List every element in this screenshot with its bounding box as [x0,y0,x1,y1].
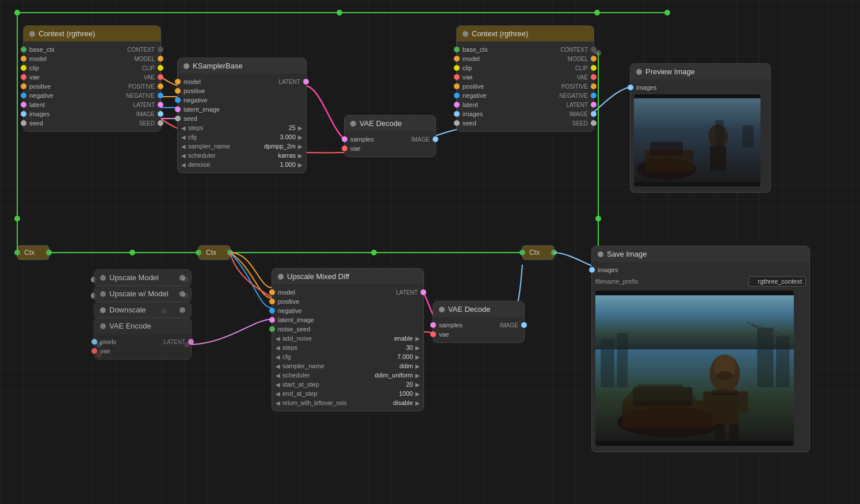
port-dot-clip-out[interactable] [158,65,163,71]
param-arrow-left-cfg[interactable]: ◀ [181,134,186,140]
vd2-port-label-image: IMAGE [500,322,518,329]
umd-param-arrow-right-steps[interactable]: ▶ [415,345,420,351]
c2-port-dot-image-out[interactable] [591,111,597,117]
param-arrow-left-scheduler[interactable]: ◀ [181,152,186,159]
c2-port-dot-negative[interactable] [454,93,460,98]
umd-param-name-sched: scheduler [282,372,372,379]
umd-port-dot-positive[interactable] [269,299,275,304]
c2-port-dot-base-ctx[interactable] [454,47,460,52]
umd-param-arrow-right-start[interactable]: ▶ [415,381,420,388]
port-dot-base-ctx[interactable] [21,47,26,52]
c2-port-dot-negative-out[interactable] [591,93,597,98]
param-arrow-right-scheduler[interactable]: ▶ [298,152,303,159]
c2-port-dot-clip[interactable] [454,65,460,71]
c2-port-dot-latent-out[interactable] [591,102,597,108]
port-dot-positive-out[interactable] [158,83,163,89]
port-dot-latent-out[interactable] [158,102,163,108]
umd-param-name-return: return_with_leftover_nois [282,400,376,406]
param-arrow-right-steps[interactable]: ▶ [298,125,303,131]
k-port-label-model: model [184,78,201,85]
umd-param-arrow-right-sched[interactable]: ▶ [415,372,420,379]
umd-param-arrow-left-steps[interactable]: ◀ [276,345,280,351]
k-port-dot-model[interactable] [175,79,181,85]
save-image-body: images filename_prefix rgthree_context [592,262,809,452]
upscale-model-out[interactable] [179,275,185,281]
port-dot-image-out[interactable] [158,111,163,117]
umd-param-name-end: end_at_step [282,390,376,397]
umd-port-dot-latent-out[interactable] [421,289,426,295]
svg-rect-42 [716,120,724,147]
param-arrow-left-sampler[interactable]: ◀ [181,143,186,150]
umd-param-arrow-left-add-noise[interactable]: ◀ [276,335,280,342]
c2-port-dot-positive-out[interactable] [591,83,597,89]
k-port-dot-positive[interactable] [175,88,181,94]
c2-port-dot-positive[interactable] [454,83,460,89]
umd-param-arrow-right-add-noise[interactable]: ▶ [415,335,420,342]
c2-port-dot-context-out[interactable] [591,47,597,52]
umd-param-arrow-left-return[interactable]: ◀ [276,400,280,406]
vd2-port-dot-vae[interactable] [430,331,436,337]
umd-param-arrow-left-start[interactable]: ◀ [276,381,280,388]
umd-port-dot-model[interactable] [269,289,275,295]
umd-port-dot-latent-image[interactable] [269,317,275,323]
k-port-dot-latent-out[interactable] [303,79,309,85]
param-arrow-right-sampler[interactable]: ▶ [298,143,303,150]
port-dot-positive[interactable] [21,83,26,89]
vd2-port-dot-samples[interactable] [430,322,436,328]
port-dot-negative[interactable] [21,93,26,98]
umd-param-arrow-right-cfg[interactable]: ▶ [415,354,420,360]
umd-param-arrow-left-cfg[interactable]: ◀ [276,354,280,360]
vd-port-dot-samples[interactable] [342,136,347,142]
vd-port-dot-image-out[interactable] [433,136,438,142]
c2-port-dot-images[interactable] [454,111,460,117]
umd-param-arrow-left-end[interactable]: ◀ [276,391,280,397]
umd-port-dot-noise-seed[interactable] [269,326,275,332]
port-dot-latent[interactable] [21,102,26,108]
si-port-dot-images[interactable] [589,267,595,273]
c2-port-dot-clip-out[interactable] [591,65,597,71]
vae-encode-vae-label: vae [100,348,110,354]
port-row-vd-samples: samples IMAGE [345,135,435,144]
downscale-out[interactable] [179,307,185,313]
c2-port-dot-seed[interactable] [454,120,460,126]
param-arrow-right-cfg[interactable]: ▶ [298,134,303,140]
port-dot-negative-out[interactable] [158,93,163,98]
param-name-scheduler: scheduler [188,152,259,159]
umd-param-arrow-right-return[interactable]: ▶ [415,400,420,406]
umd-param-arrow-left-sampler[interactable]: ◀ [276,363,280,369]
k-port-dot-seed[interactable] [175,116,181,121]
param-arrow-left-denoise[interactable]: ◀ [181,162,186,168]
port-dot-seed-out[interactable] [158,120,163,126]
vae-encode-latent-out[interactable] [188,339,194,345]
port-row-pi-images: images [630,83,770,92]
vae-encode-pixels-dot[interactable] [91,339,97,345]
port-dot-vae-out[interactable] [158,74,163,80]
umd-param-arrow-right-sampler[interactable]: ▶ [415,363,420,369]
c2-port-dot-model[interactable] [454,56,460,62]
si-filename-value[interactable]: rgthree_context [748,276,806,287]
port-dot-clip[interactable] [21,65,26,71]
k-port-dot-negative[interactable] [175,97,181,103]
pi-port-dot-images[interactable] [628,85,633,90]
port-dot-images[interactable] [21,111,26,117]
vd2-port-dot-image[interactable] [521,322,527,328]
port-dot-seed[interactable] [21,120,26,126]
vae-encode-vae-dot[interactable] [91,348,97,354]
c2-port-dot-latent[interactable] [454,102,460,108]
port-dot-vae[interactable] [21,74,26,80]
k-port-dot-latent-image[interactable] [175,106,181,112]
umd-param-arrow-right-end[interactable]: ▶ [415,391,420,397]
upscale-w-model-out[interactable] [179,291,185,297]
param-arrow-right-denoise[interactable]: ▶ [298,162,303,168]
c2-port-dot-vae[interactable] [454,74,460,80]
port-dot-model[interactable] [21,56,26,62]
c2-port-dot-seed-out[interactable] [591,120,597,126]
c2-port-dot-vae-out[interactable] [591,74,597,80]
c2-port-dot-model-out[interactable] [591,56,597,62]
port-dot-model-out[interactable] [158,56,163,62]
vd-port-dot-vae[interactable] [342,146,347,151]
port-dot-context-out[interactable] [158,47,163,52]
param-arrow-left-steps[interactable]: ◀ [181,125,186,131]
umd-port-dot-negative[interactable] [269,308,275,314]
umd-param-arrow-left-sched[interactable]: ◀ [276,372,280,379]
